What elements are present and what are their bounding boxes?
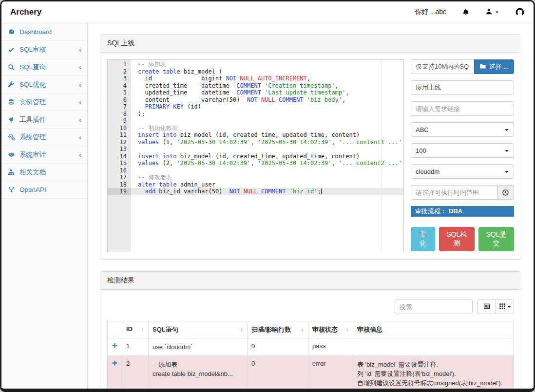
demand-link-input[interactable] bbox=[411, 101, 514, 116]
editor-line[interactable]: PRIMARY KEY (id) bbox=[131, 103, 404, 111]
gutter-line-number: 12 bbox=[108, 139, 131, 146]
editor-line[interactable]: insert into biz_model (id, created_time,… bbox=[131, 131, 404, 139]
gutter-line-number: 11 bbox=[108, 131, 131, 139]
sql-check-button[interactable]: SQL检测 bbox=[439, 227, 475, 251]
sidebar-item-label: SQL审核 bbox=[19, 45, 46, 54]
sidebar-item-docs[interactable]: 相关文档 bbox=[1, 164, 87, 181]
github-icon[interactable] bbox=[515, 7, 525, 17]
editor-line[interactable]: created_time datetime COMMENT 'Creation … bbox=[131, 82, 404, 90]
beautify-button[interactable]: 美化 bbox=[411, 227, 435, 251]
sidebar-item-sql-query[interactable]: SQL查询‹ bbox=[1, 58, 87, 76]
expand-plus-icon[interactable] bbox=[112, 360, 118, 366]
editor-line[interactable]: updated_time datetime COMMENT 'Last upda… bbox=[131, 89, 404, 96]
sidebar-item-label: Dashboard bbox=[19, 28, 52, 36]
sidebar-item-label: 系统管理 bbox=[19, 133, 46, 142]
group-select[interactable]: ABC bbox=[411, 122, 514, 137]
editor-line[interactable]: values (1, '2025-05-30 14:02:39', '2025-… bbox=[131, 139, 404, 146]
columns-dropdown-button[interactable] bbox=[496, 299, 514, 314]
search-input[interactable] bbox=[395, 299, 473, 314]
editor-line[interactable]: alter table admin_user bbox=[131, 181, 404, 188]
column-header-sql[interactable]: SQL语句▲▼ bbox=[149, 321, 248, 338]
cogs-icon bbox=[7, 133, 15, 141]
column-header-affected[interactable]: 扫描/影响行数▲▼ bbox=[248, 321, 308, 338]
gutter-line-number: 16 bbox=[108, 167, 131, 174]
column-header-status[interactable]: 审核状态▲▼ bbox=[308, 321, 353, 338]
caret-down-icon bbox=[495, 8, 499, 17]
approval-flow-value: DBA bbox=[449, 207, 462, 215]
check-results-table: ID▲▼SQL语句▲▼扫描/影响行数▲▼审核状态▲▼审核信息 1use `clo… bbox=[107, 321, 514, 389]
table-toolbar-buttons bbox=[478, 299, 514, 314]
sql-editor[interactable]: 12345678910111213141516171819 -- 添加表crea… bbox=[107, 59, 404, 252]
sort-icon[interactable]: ▲▼ bbox=[301, 327, 304, 332]
gutter-line-number: 19 bbox=[108, 188, 131, 195]
navbar-right: 你好，abc bbox=[415, 7, 525, 17]
run-time-range-input[interactable] bbox=[411, 185, 497, 200]
user-menu[interactable] bbox=[485, 8, 499, 17]
editor-line[interactable]: create table biz_model ( bbox=[131, 68, 404, 75]
editor-line[interactable]: -- 修改老表 bbox=[131, 174, 404, 181]
editor-line[interactable] bbox=[131, 167, 404, 174]
card-view-icon bbox=[483, 303, 490, 311]
instance-select[interactable]: 100 bbox=[411, 143, 514, 158]
editor-line[interactable]: values (2, '2025-05-30 14:02:39', '2025-… bbox=[131, 160, 404, 167]
editor-code-area[interactable]: -- 添加表create table biz_model ( id bigint… bbox=[131, 60, 404, 252]
check-icon bbox=[7, 46, 15, 53]
gutter-line-number: 1 bbox=[108, 61, 131, 68]
group-select-value: ABC bbox=[416, 126, 429, 133]
editor-line[interactable]: insert into biz_model (id, created_time,… bbox=[131, 153, 404, 160]
sql-submit-button[interactable]: SQL提交 bbox=[478, 227, 514, 251]
message-cell bbox=[353, 338, 514, 356]
sidebar-item-sql-optimize[interactable]: SQL优化‹ bbox=[1, 76, 87, 93]
message-line: 自增列建议设置无符号标志unsigned(表'biz_model'). bbox=[357, 378, 510, 388]
editor-line[interactable] bbox=[131, 117, 404, 125]
expand-plus-icon[interactable] bbox=[112, 342, 118, 349]
sort-icon[interactable]: ▲▼ bbox=[141, 327, 144, 332]
sort-icon[interactable]: ▲▼ bbox=[240, 327, 243, 332]
editor-line[interactable]: -- 添加表 bbox=[131, 61, 404, 68]
database-select[interactable]: clouddm bbox=[411, 164, 514, 179]
expand-cell[interactable] bbox=[108, 338, 122, 356]
sidebar-item-system-audit[interactable]: 系统审计‹ bbox=[1, 146, 87, 164]
sql-online-panel: SQL上线 12345678910111213141516171819 -- 添… bbox=[100, 34, 521, 260]
gutter-line-number: 10 bbox=[108, 125, 131, 132]
card-view-toggle-button[interactable] bbox=[478, 299, 496, 314]
sidebar-item-label: OpenAPI bbox=[19, 186, 46, 193]
expand-cell[interactable] bbox=[108, 356, 122, 389]
sidebar-item-sql-audit[interactable]: SQL审核‹ bbox=[1, 41, 87, 58]
editor-line[interactable]: -- 初始化数据 bbox=[131, 125, 404, 132]
editor-line[interactable] bbox=[131, 146, 404, 153]
plug-icon bbox=[7, 116, 15, 123]
message-line: 列 'created_time' 不允许为null(表 'biz_model')… bbox=[357, 388, 510, 389]
editor-line[interactable]: id bigint NOT NULL AUTO_INCREMENT, bbox=[131, 75, 404, 82]
id-cell: 2 bbox=[122, 356, 149, 389]
clock-icon[interactable] bbox=[497, 185, 514, 200]
gutter-line-number: 13 bbox=[108, 146, 131, 153]
sidebar-item-openapi[interactable]: OpenAPI bbox=[1, 181, 87, 199]
editor-line[interactable]: add biz_id varchar(50) NOT NULL COMMENT … bbox=[131, 188, 404, 195]
sidebar-item-instance-manage[interactable]: 实例管理‹ bbox=[1, 93, 87, 111]
status-cell: pass bbox=[308, 338, 353, 356]
eye-icon bbox=[7, 151, 15, 158]
chevron-left-icon: ‹ bbox=[79, 81, 81, 88]
editor-line[interactable]: ); bbox=[131, 111, 404, 118]
sql-file-name-input[interactable] bbox=[411, 59, 475, 74]
column-header-id[interactable]: ID▲▼ bbox=[122, 321, 149, 338]
sidebar-item-label: 工具插件 bbox=[19, 115, 46, 124]
table-header-row: ID▲▼SQL语句▲▼扫描/影响行数▲▼审核状态▲▼审核信息 bbox=[108, 321, 514, 338]
gutter-line-number: 8 bbox=[108, 111, 131, 118]
sidebar-item-system-manage[interactable]: 系统管理‹ bbox=[1, 129, 87, 146]
folder-open-icon bbox=[479, 63, 486, 71]
brand-logo[interactable]: Archery bbox=[10, 7, 41, 17]
notifications-bell-icon[interactable] bbox=[462, 8, 470, 16]
workflow-name-input[interactable] bbox=[411, 80, 514, 95]
sidebar-item-label: 系统审计 bbox=[19, 150, 46, 159]
message-cell: 表 'biz_model' 需要设置注释.列 'id' 需要设置注释(表'biz… bbox=[353, 356, 514, 389]
sql-cell: use `clouddm` bbox=[149, 338, 248, 356]
sidebar-item-tools-plugin[interactable]: 工具插件‹ bbox=[1, 111, 87, 129]
sql-online-panel-title: SQL上线 bbox=[100, 35, 521, 53]
sidebar-item-dashboard[interactable]: Dashboard bbox=[1, 23, 87, 41]
table-toolbar bbox=[107, 299, 514, 314]
sort-icon[interactable]: ▲▼ bbox=[346, 327, 349, 332]
editor-line[interactable]: content varchar(50) NOT NULL COMMENT 'bi… bbox=[131, 96, 404, 104]
choose-file-button[interactable]: 选择 ... bbox=[474, 59, 514, 74]
